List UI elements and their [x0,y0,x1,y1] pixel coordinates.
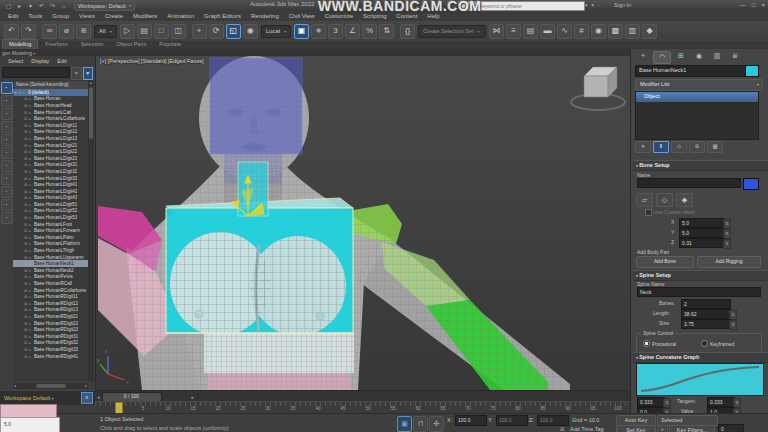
display-xrefs-icon[interactable]: ▪ [1,186,13,198]
tangent-start-field[interactable]: 0.333 [637,397,665,407]
workspace-menu-icon[interactable]: ≡ [81,392,93,404]
schematic-view-icon[interactable]: # [574,24,589,39]
explorer-menu-select[interactable]: Select [8,58,23,64]
make-unique-icon[interactable]: ◇ [671,141,687,153]
render-setup-icon[interactable]: ▩ [608,24,623,39]
explorer-row[interactable]: ⊙▹Base HumanPelvis [13,274,88,281]
unlink-selection-icon[interactable]: ⌀ [59,24,74,39]
clear-search-icon[interactable]: × [71,67,82,80]
coordinate-mode-icon[interactable]: ✣ [429,416,444,432]
sign-in-button[interactable]: Sign In [614,2,631,8]
snaps-toggle-icon[interactable]: 3 [328,24,343,39]
select-and-move-icon[interactable]: + [192,24,207,39]
ribbon-tab-object-paint[interactable]: Object Paint [110,40,152,49]
display-bones-icon[interactable]: ▪ [1,199,13,211]
display-all-icon[interactable]: ▪ [1,82,13,94]
explorer-search-input[interactable] [2,67,70,78]
explorer-menu-edit[interactable]: Edit [57,58,66,64]
configure-modifier-sets-icon[interactable]: ▦ [707,141,723,153]
explorer-row[interactable]: ⊙▹Base HumanLDigit13 [13,135,88,142]
open-file-icon[interactable]: ▸ [15,2,24,10]
perspective-viewport[interactable]: [+] [Perspective] [Standard] [Edged Face… [95,56,631,390]
z-size-field[interactable]: 0.31 [679,238,725,248]
add-bone-button[interactable]: Add Bone [636,256,694,268]
window-crossing-icon[interactable]: ◫ [171,24,186,39]
close-icon[interactable]: × [761,0,765,10]
explorer-row[interactable]: ⊙▹Base HumanLDigit33 [13,175,88,182]
workspace-default-bar[interactable]: Workspace Default ≡ [0,390,95,405]
display-groups-icon[interactable]: ▪ [1,173,13,185]
select-object-icon[interactable]: ▷ [120,24,135,39]
ribbon-tab-populate[interactable]: Populate [153,40,187,49]
isolate-selection-toggle[interactable]: ▣ [397,416,412,432]
spine-name-input[interactable]: Neck [637,287,761,297]
spinner-snap-icon[interactable]: ⇅ [379,24,394,39]
explorer-row[interactable]: ⊙▹Base HumanLDigit43 [13,195,88,202]
redo-icon[interactable]: ↷ [21,24,36,39]
display-geometry-icon[interactable]: ▪ [1,95,13,107]
maximize-icon[interactable]: □ [752,0,756,10]
bone-mesh-box-icon[interactable]: ▱ [636,193,653,207]
explorer-row[interactable]: ⊙▹Base HumanLDigit11 [13,122,88,129]
layer-explorer-icon[interactable]: ▤ [523,24,538,39]
explorer-row[interactable]: ⊙▹Base HumanLDigit32 [13,168,88,175]
menu-group[interactable]: Group [52,13,69,19]
named-selection-set-field[interactable]: Create Selection Set [418,25,486,38]
select-by-name-icon[interactable]: ▤ [137,24,152,39]
display-lights-icon[interactable]: ▪ [1,121,13,133]
explorer-row[interactable]: ⊙▹Base HumanLThigh [13,247,88,254]
display-cameras-icon[interactable]: ▪ [1,134,13,146]
new-file-icon[interactable]: ▢ [4,2,13,10]
curve-editor-icon[interactable]: ∿ [557,24,572,39]
add-time-tag[interactable]: Add Time Tag [570,426,604,432]
z-coord-field[interactable]: 100.0 [537,415,569,426]
explorer-vertical-scrollbar[interactable] [88,80,94,382]
explorer-row[interactable]: ⊙▹Base HumanLDigit12 [13,129,88,136]
procedural-radio[interactable]: Procedural [643,340,676,347]
explorer-row[interactable]: ⊙▹Base HumanLPalm [13,234,88,241]
show-end-result-icon[interactable]: ‖ [653,141,669,153]
menu-tools[interactable]: Tools [28,13,42,19]
material-editor-icon[interactable]: ◉ [591,24,606,39]
chest-bone-box[interactable] [166,198,353,336]
workspace-selector[interactable]: Workspace: Default [74,1,135,11]
explorer-row[interactable]: ⊙▹Base HumanLDigit23 [13,155,88,162]
pin-stack-icon[interactable]: ∗ [635,141,651,153]
explorer-row[interactable]: ⊙▹Base HumanNeck1 [13,260,88,267]
use-pivot-point-center-icon[interactable]: ▣ [294,24,309,39]
menu-rendering[interactable]: Rendering [251,13,279,19]
undo-icon[interactable]: ↶ [4,24,19,39]
add-rigging-button[interactable]: Add Rigging [697,256,761,268]
rectangular-selection-region-icon[interactable]: □ [154,24,169,39]
select-and-rotate-icon[interactable]: ⟳ [209,24,224,39]
explorer-row[interactable]: ⊙▹Base HumanRCalf [13,280,88,287]
y-coord-field[interactable]: 100.0 [496,415,528,426]
modify-tab[interactable]: ◠ [653,51,671,64]
select-and-manipulate-icon[interactable]: ∗ [311,24,326,39]
display-spacewarps-icon[interactable]: ▪ [1,160,13,172]
bone-mesh-solid-icon[interactable]: ◆ [676,193,693,207]
display-helpers-icon[interactable]: ▪ [1,147,13,159]
maxscript-mini-listener[interactable]: 5.0 [0,417,60,432]
explorer-row[interactable]: ▾⊙▹0 (default) [13,89,88,96]
viewport-canvas[interactable]: x y z [96,56,631,390]
minimize-icon[interactable]: — [740,0,746,10]
explorer-row[interactable]: ⊙▹Base HumanLDigit52 [13,208,88,215]
explorer-row[interactable]: ⊙▹Base Human [13,96,88,103]
display-shapes-icon[interactable]: ▪ [1,108,13,120]
bone-name-input[interactable] [637,178,741,188]
display-containers-icon[interactable]: ▪ [1,212,13,224]
head-bone-box[interactable] [210,58,302,154]
explorer-row[interactable]: ⊙▹Base HumanRDigit22 [13,320,88,327]
explorer-row[interactable]: ⊙▹Base HumanHead [13,102,88,109]
explorer-menu-display[interactable]: Display [31,58,49,64]
explorer-row[interactable]: ⊙▹Base HumanRDigit21 [13,313,88,320]
explorer-row[interactable]: ⊙▹Base HumanRDigit13 [13,307,88,314]
explorer-row[interactable]: ⊙▹Base HumanNeck2 [13,267,88,274]
bone-setup-rollout[interactable]: Bone Setup [633,160,768,171]
explorer-row[interactable]: ⊙▹Base HumanLDigit53 [13,214,88,221]
modifier-stack-row[interactable]: Object [636,92,758,102]
hierarchy-tab[interactable]: ⊞ [673,51,689,62]
y-size-field[interactable]: 5.0 [679,228,725,238]
object-name-field[interactable]: Base HumanNeck1 [635,65,746,77]
